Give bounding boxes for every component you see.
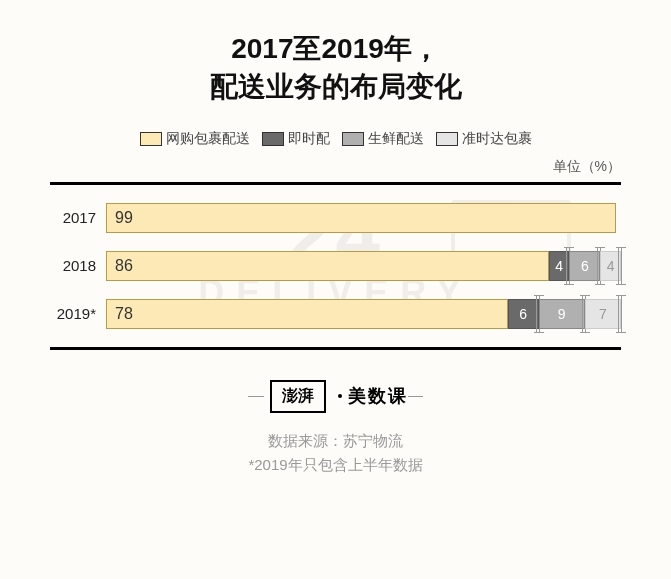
legend: 网购包裹配送 即时配 生鲜配送 准时达包裹 <box>140 130 532 148</box>
bar-segment-ontime: 7 <box>585 299 621 329</box>
bar-row-2019: 2019* 78 6 9 7 <box>50 293 621 335</box>
brand-logo-box: 澎湃 <box>270 380 326 413</box>
bar-row-2017: 2017 99 <box>50 197 621 239</box>
chart-title: 2017至2019年， 配送业务的布局变化 <box>210 30 462 106</box>
bar-segment-online: 99 <box>106 203 616 233</box>
brand: 澎湃 美数课 <box>248 380 422 413</box>
footer: 澎湃 美数课 数据来源：苏宁物流 *2019年只包含上半年数据 <box>248 380 422 477</box>
bar-segment-online: 86 <box>106 251 549 281</box>
bar-segment-ontime: 4 <box>600 251 621 281</box>
brand-text: 美数课 <box>348 384 408 408</box>
bar-segment-instant: 6 <box>508 299 539 329</box>
legend-fresh: 生鲜配送 <box>342 130 424 148</box>
legend-ontime: 准时达包裹 <box>436 130 532 148</box>
legend-online: 网购包裹配送 <box>140 130 250 148</box>
bar-row-2018: 2018 86 4 6 4 <box>50 245 621 287</box>
source-text: 数据来源：苏宁物流 *2019年只包含上半年数据 <box>248 429 422 477</box>
y-label: 2017 <box>50 209 106 226</box>
bar-chart: 2017 99 2018 86 4 6 4 2019* 78 6 9 7 <box>50 182 621 350</box>
legend-instant: 即时配 <box>262 130 330 148</box>
bar-segment-fresh: 9 <box>539 299 585 329</box>
y-label: 2018 <box>50 257 106 274</box>
unit-label: 单位（%） <box>50 158 621 176</box>
y-label: 2019* <box>50 305 106 322</box>
bar-segment-fresh: 6 <box>569 251 600 281</box>
bar-segment-instant: 4 <box>549 251 570 281</box>
bar-segment-online: 78 <box>106 299 508 329</box>
chart-container: 2017至2019年， 配送业务的布局变化 网购包裹配送 即时配 生鲜配送 准时… <box>0 0 671 579</box>
